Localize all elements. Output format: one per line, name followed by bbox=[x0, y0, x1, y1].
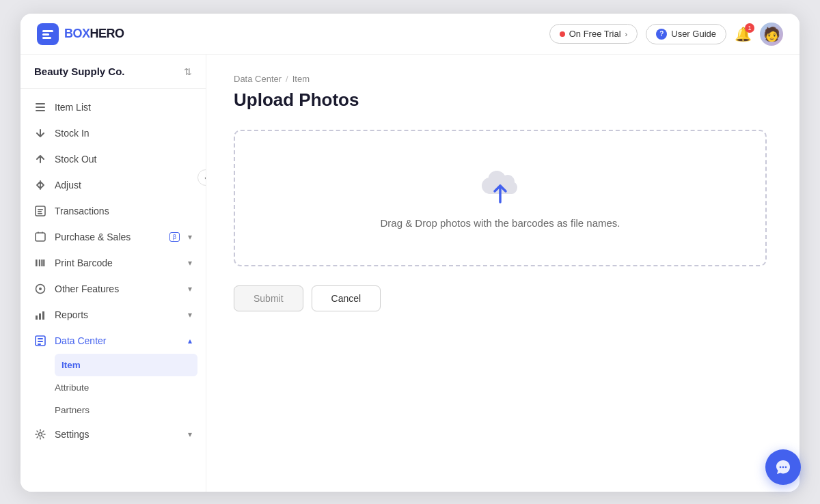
sidebar-item-label: Other Features bbox=[55, 283, 180, 294]
other-features-icon bbox=[34, 283, 46, 295]
sidebar-item-stock-in[interactable]: Stock In bbox=[20, 120, 206, 146]
sidebar-item-transactions[interactable]: Transactions bbox=[20, 198, 206, 224]
svg-rect-21 bbox=[39, 313, 41, 320]
adjust-icon bbox=[34, 179, 46, 191]
sidebar-item-label: Settings bbox=[55, 429, 180, 440]
svg-rect-8 bbox=[38, 209, 43, 210]
svg-rect-9 bbox=[38, 211, 42, 212]
sidebar-item-label: Stock Out bbox=[55, 154, 192, 165]
sidebar-nav: Item List Stock In Stock Out bbox=[20, 89, 206, 492]
chevron-down-icon: ▾ bbox=[188, 430, 192, 439]
breadcrumb-parent: Data Center bbox=[234, 74, 282, 84]
purchase-icon bbox=[34, 231, 46, 243]
sidebar-item-other-features[interactable]: Other Features ▾ bbox=[20, 276, 206, 302]
svg-rect-1 bbox=[42, 30, 53, 32]
sidebar-item-label: Transactions bbox=[55, 206, 192, 216]
svg-rect-6 bbox=[36, 110, 45, 111]
svg-rect-24 bbox=[38, 338, 43, 339]
trial-dot bbox=[560, 31, 565, 37]
list-icon bbox=[34, 101, 46, 113]
chevron-down-icon: ▾ bbox=[188, 232, 192, 242]
svg-rect-25 bbox=[38, 341, 43, 342]
sidebar-item-label: Reports bbox=[55, 309, 180, 320]
sidebar-item-data-center[interactable]: Data Center ▴ bbox=[20, 328, 206, 354]
stock-out-icon bbox=[34, 153, 46, 165]
notification-badge: 1 bbox=[745, 23, 754, 33]
logo: BOXHERO bbox=[37, 23, 124, 45]
workspace-selector[interactable]: Beauty Supply Co. ⇅ bbox=[20, 55, 206, 89]
workspace-chevron-icon: ⇅ bbox=[184, 66, 192, 77]
svg-rect-4 bbox=[36, 103, 45, 104]
upload-dropzone[interactable]: Drag & Drop photos with the barcodes as … bbox=[234, 130, 767, 266]
page-title: Upload Photos bbox=[234, 89, 772, 111]
svg-point-28 bbox=[780, 466, 782, 468]
sidebar-item-stock-out[interactable]: Stock Out bbox=[20, 146, 206, 172]
guide-label: User Guide bbox=[671, 29, 716, 39]
sidebar-item-reports[interactable]: Reports ▾ bbox=[20, 302, 206, 328]
svg-point-19 bbox=[39, 288, 42, 290]
data-center-icon bbox=[34, 335, 46, 347]
logo-icon bbox=[37, 23, 59, 45]
cancel-button[interactable]: Cancel bbox=[312, 285, 381, 311]
svg-rect-2 bbox=[42, 33, 49, 36]
breadcrumb-current: Item bbox=[292, 74, 310, 84]
settings-icon bbox=[34, 428, 46, 440]
header-actions: On Free Trial › ? User Guide 🔔 1 🧑 bbox=[549, 23, 783, 46]
app-header: BOXHERO On Free Trial › ? User Guide 🔔 1… bbox=[20, 14, 800, 55]
cloud-upload-icon bbox=[476, 168, 524, 206]
svg-rect-16 bbox=[42, 260, 44, 266]
sidebar-item-settings[interactable]: Settings ▾ bbox=[20, 421, 206, 447]
transactions-icon bbox=[34, 205, 46, 217]
body: Beauty Supply Co. ⇅ ‹ Item List S bbox=[20, 55, 800, 492]
data-center-sub-menu: Item Attribute Partners bbox=[20, 354, 206, 421]
main-content: Data Center / Item Upload Photos Drag & … bbox=[206, 55, 800, 492]
trial-button[interactable]: On Free Trial › bbox=[549, 24, 638, 44]
chevron-right-icon: › bbox=[625, 30, 628, 38]
chevron-up-icon: ▴ bbox=[188, 336, 192, 346]
sidebar-item-purchase-sales[interactable]: Purchase & Sales β ▾ bbox=[20, 224, 206, 250]
user-guide-button[interactable]: ? User Guide bbox=[646, 24, 726, 44]
svg-rect-11 bbox=[36, 233, 45, 241]
barcode-icon bbox=[34, 257, 46, 269]
beta-badge: β bbox=[169, 232, 180, 242]
sidebar-sub-item-attribute[interactable]: Attribute bbox=[55, 376, 206, 399]
svg-rect-10 bbox=[38, 213, 42, 214]
sidebar-item-label: Print Barcode bbox=[55, 257, 180, 268]
sidebar: Beauty Supply Co. ⇅ ‹ Item List S bbox=[20, 55, 206, 492]
sidebar-item-label: Item List bbox=[55, 102, 192, 113]
stock-in-icon bbox=[34, 127, 46, 139]
svg-rect-20 bbox=[36, 316, 38, 320]
chevron-down-icon: ▾ bbox=[188, 310, 192, 320]
sidebar-item-adjust[interactable]: Adjust bbox=[20, 172, 206, 198]
sidebar-item-print-barcode[interactable]: Print Barcode ▾ bbox=[20, 250, 206, 276]
reports-icon bbox=[34, 309, 46, 321]
svg-rect-12 bbox=[36, 260, 37, 266]
svg-rect-22 bbox=[42, 311, 44, 320]
breadcrumb-separator: / bbox=[286, 74, 288, 84]
sidebar-item-label: Stock In bbox=[55, 128, 192, 139]
workspace-name: Beauty Supply Co. bbox=[34, 66, 125, 77]
chat-icon bbox=[774, 458, 792, 476]
notification-button[interactable]: 🔔 1 bbox=[735, 26, 752, 42]
svg-rect-14 bbox=[39, 260, 40, 266]
sidebar-sub-item-item[interactable]: Item bbox=[55, 354, 197, 376]
svg-rect-5 bbox=[36, 107, 45, 108]
svg-rect-13 bbox=[38, 260, 38, 266]
svg-rect-26 bbox=[38, 344, 41, 345]
submit-button[interactable]: Submit bbox=[234, 285, 303, 311]
chevron-down-icon: ▾ bbox=[188, 258, 192, 268]
chat-support-button[interactable] bbox=[765, 449, 801, 485]
svg-point-29 bbox=[782, 466, 784, 468]
avatar[interactable]: 🧑 bbox=[760, 23, 783, 46]
chevron-down-icon: ▾ bbox=[188, 284, 192, 294]
svg-rect-3 bbox=[42, 37, 51, 39]
question-icon: ? bbox=[656, 29, 667, 40]
svg-rect-17 bbox=[44, 260, 45, 266]
action-buttons: Submit Cancel bbox=[234, 285, 772, 311]
sidebar-sub-item-partners[interactable]: Partners bbox=[55, 399, 206, 421]
svg-point-30 bbox=[785, 466, 787, 468]
sidebar-item-item-list[interactable]: Item List bbox=[20, 94, 206, 120]
trial-label: On Free Trial bbox=[569, 29, 621, 39]
sidebar-item-label: Data Center bbox=[55, 335, 180, 346]
breadcrumb: Data Center / Item bbox=[234, 74, 772, 84]
